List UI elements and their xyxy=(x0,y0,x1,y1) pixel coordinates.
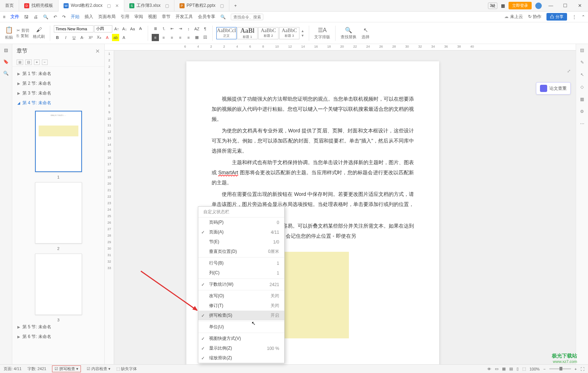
font-color-button[interactable]: A xyxy=(104,34,111,41)
tool-add-icon[interactable]: + xyxy=(34,60,40,65)
page-thumbnail[interactable] xyxy=(35,254,82,315)
command-search[interactable] xyxy=(231,14,263,20)
indent-dec-icon[interactable]: ⇤ xyxy=(168,25,176,32)
align-center-icon[interactable]: ≡ xyxy=(160,34,167,41)
align-left-icon[interactable]: ≡ xyxy=(152,34,159,41)
style-h1[interactable]: AaBl标题 1 xyxy=(237,27,258,39)
context-menu-item[interactable]: 垂直页位置(D)0厘米 xyxy=(198,247,284,256)
eye-icon[interactable]: 👁 xyxy=(487,367,491,371)
select-button[interactable]: ↖选择 xyxy=(360,27,371,40)
context-menu-item[interactable]: 修订(T)关闭 xyxy=(198,301,284,311)
subscript-button[interactable]: X₂ xyxy=(95,34,103,41)
chapter-item[interactable]: ▶第 5 节: 未命名 xyxy=(12,322,104,332)
badge-icon[interactable]: 3处 xyxy=(488,3,497,9)
increase-font-icon[interactable]: A↑ xyxy=(113,25,120,32)
close-icon[interactable]: ✕ xyxy=(115,3,119,8)
linespacing-icon[interactable]: ↕ xyxy=(185,25,192,32)
avatar[interactable] xyxy=(535,3,542,9)
textwrap-button[interactable]: ☰A文字排版 xyxy=(313,27,332,40)
horizontal-ruler[interactable]: 642246810121416182022242628303234363840 xyxy=(105,44,576,51)
paste-group[interactable]: 📋粘贴 xyxy=(4,26,14,40)
case-icon[interactable]: Aa xyxy=(129,25,136,32)
copy-label[interactable]: 复制 xyxy=(21,33,29,39)
expand-icon[interactable]: ⌃ xyxy=(581,14,585,19)
page-scroll[interactable]: 视频提供了功能强大的方法帮助您证明您的观点。当您单击联机视频时，可以在想要添加的… xyxy=(114,51,576,364)
cursor-icon[interactable]: ↖ xyxy=(580,72,584,77)
status-page[interactable]: 页面: 4/11 xyxy=(4,366,22,372)
redo-icon[interactable]: ↷ xyxy=(62,14,66,19)
find-replace-button[interactable]: 🔍查找替换 xyxy=(339,27,358,40)
highlight-button[interactable]: ab xyxy=(112,34,119,41)
format-painter[interactable]: 🖌格式刷 xyxy=(31,27,46,39)
save-icon[interactable]: 🖫 xyxy=(24,14,29,19)
close-sidebar-icon[interactable]: ✕ xyxy=(95,48,100,54)
cut-label[interactable]: 剪切 xyxy=(21,28,29,33)
status-bar[interactable]: 页面: 4/11 字数: 2421 ☑ 拼写检查 ▾ ☑ 内容检查 ▾ ⬚ 缺失… xyxy=(0,364,588,373)
close-icon[interactable]: ▢ xyxy=(165,3,169,8)
paper-check-button[interactable]: 论文查重 xyxy=(536,82,571,95)
undo-icon[interactable]: ↶ xyxy=(53,14,57,19)
context-menu-item[interactable]: 行号(B)1 xyxy=(198,258,284,268)
font-size-select[interactable] xyxy=(94,25,112,32)
underline-button[interactable]: U xyxy=(70,34,78,41)
close-icon[interactable]: ▢ xyxy=(220,3,224,8)
pivot-icon[interactable]: ▦ xyxy=(580,97,584,102)
view-web-icon[interactable]: ▦ xyxy=(502,367,506,371)
tool-collapse-icon[interactable]: ⊟ xyxy=(25,60,32,65)
menu-icon[interactable]: ≡ xyxy=(3,14,5,19)
view-page-icon[interactable]: ▭ xyxy=(495,367,498,371)
status-content-check[interactable]: ☑ 内容检查 ▾ xyxy=(87,366,111,372)
menu-section[interactable]: 章节 xyxy=(162,14,170,20)
bullets-icon[interactable]: ≣ xyxy=(152,25,159,32)
shading-icon[interactable]: ▦ xyxy=(193,34,200,41)
menu-view[interactable]: 视图 xyxy=(148,14,157,20)
zoom-slider[interactable] xyxy=(549,368,571,369)
sort-icon[interactable]: AZ xyxy=(193,25,200,32)
style-h3[interactable]: AaBbC标题 3 xyxy=(279,27,299,39)
zoom-value[interactable]: 100% xyxy=(529,367,540,371)
zoom-out-icon[interactable]: − xyxy=(543,367,545,371)
page-thumbnail[interactable] xyxy=(35,182,82,243)
menu-insert[interactable]: 插入 xyxy=(85,14,93,20)
file-menu[interactable]: 文件 xyxy=(10,14,19,20)
minimize-button[interactable]: — xyxy=(545,3,556,8)
view-read-icon[interactable]: ▯ xyxy=(516,367,519,371)
outline-icon[interactable]: ▤ xyxy=(4,48,8,53)
font-name-select[interactable] xyxy=(54,25,94,32)
copy-icon[interactable]: ⎘ xyxy=(17,34,19,38)
align-dist-icon[interactable]: ≡ xyxy=(185,34,192,41)
fit-width-icon[interactable]: ⬚ xyxy=(522,367,526,371)
superscript-button[interactable]: X² xyxy=(87,34,94,41)
style-normal[interactable]: AaBbCcI正文 xyxy=(216,27,237,39)
fullscreen-icon[interactable]: ⛶ xyxy=(580,367,584,371)
chapter-item[interactable]: ▶第 6 节: 未命名 xyxy=(12,332,104,342)
more-icon[interactable]: ⋮ xyxy=(572,14,576,19)
chapter-item[interactable]: ▶第 1 节: 未命名 xyxy=(12,69,104,79)
cut-icon[interactable]: ✂ xyxy=(17,28,20,33)
context-menu-item[interactable]: ✓缩放滑块(Z) xyxy=(198,353,284,363)
tab-word-doc[interactable]: WWord教程2.docx▢✕ xyxy=(59,0,124,12)
chapter-item[interactable]: ▶第 2 节: 未命名 xyxy=(12,79,104,88)
align-right-icon[interactable]: ≡ xyxy=(168,34,176,41)
cloud-status[interactable]: ☁ 未上云 xyxy=(504,14,523,20)
grid-icon[interactable]: ▦ xyxy=(501,3,505,8)
menu-start[interactable]: 开始 xyxy=(71,14,79,20)
close-button[interactable]: ✕ xyxy=(574,3,585,8)
shape-icon[interactable]: ◇ xyxy=(580,84,584,89)
decrease-font-icon[interactable]: A↓ xyxy=(121,25,128,32)
paragraph-marks-icon[interactable]: ¶ xyxy=(202,25,209,32)
pin-icon[interactable]: ⤢ xyxy=(567,69,571,74)
chapter-item[interactable]: ▶第 3 节: 未命名 xyxy=(12,88,104,98)
tab-excel[interactable]: S工作簿3.xlsx▢ xyxy=(124,0,174,12)
new-tab-button[interactable]: + xyxy=(229,0,242,12)
zoom-in-icon[interactable]: + xyxy=(575,367,577,371)
tab-minimize-icon[interactable]: ▢ xyxy=(107,3,111,8)
search-icon[interactable]: 🔍 xyxy=(3,71,9,76)
context-menu-item[interactable]: ✓显示比例(Z)100 % xyxy=(198,343,284,353)
bookmark-icon[interactable]: 🔖 xyxy=(3,59,9,64)
vertical-ruler[interactable]: 1223456789101112131415161718192021222324… xyxy=(105,51,114,364)
bold-button[interactable]: B xyxy=(54,34,61,41)
context-menu-item[interactable]: 节(E)1/0 xyxy=(198,237,284,247)
pen-icon[interactable]: ✎ xyxy=(580,60,584,65)
coop-button[interactable]: ↻ 协作 xyxy=(528,14,541,20)
